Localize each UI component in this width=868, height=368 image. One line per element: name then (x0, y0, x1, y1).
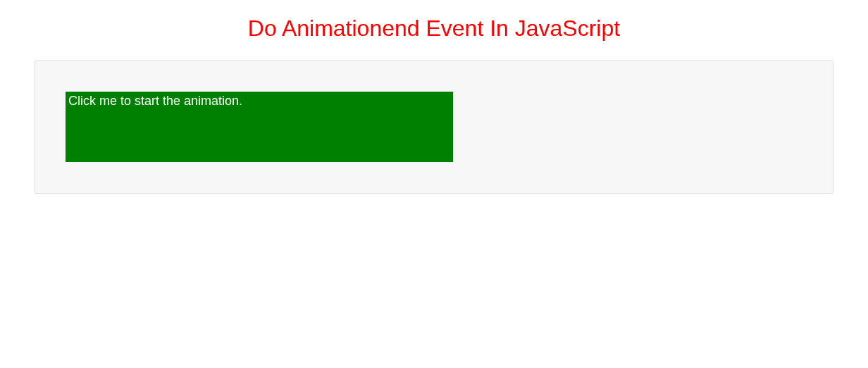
page-title: Do Animationend Event In JavaScript (0, 0, 868, 60)
demo-panel: Click me to start the animation. (34, 60, 834, 194)
animation-trigger-box[interactable]: Click me to start the animation. (66, 92, 453, 162)
